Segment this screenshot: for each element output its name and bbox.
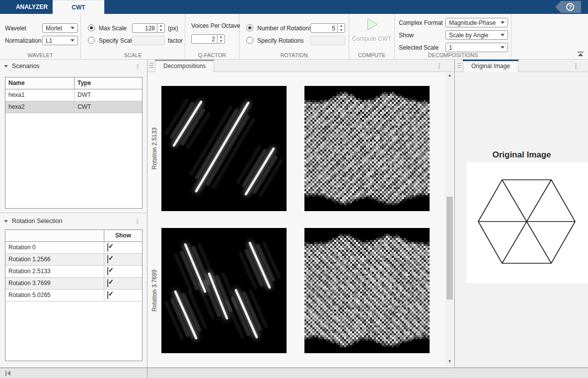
collapse-rotation-selection-icon[interactable]	[4, 220, 8, 223]
max-scale-value: 128	[133, 24, 157, 32]
rotation-row-3[interactable]: Rotation 3.7699	[5, 278, 142, 290]
scenarios-table: Name Type hexa1 DWT hexa2 CWT	[5, 77, 143, 209]
selected-scale-dropdown[interactable]: 1	[445, 43, 508, 52]
magnitude-image-rotation-3-7699[interactable]	[161, 228, 287, 353]
voices-per-octave-label: Voices Per Octave	[191, 22, 240, 29]
section-wavelet: Wavelet Morlet Normalization L1 WAVELET	[0, 14, 81, 60]
section-label-compute: COMPUTE	[349, 52, 394, 58]
column-header-empty	[5, 230, 104, 241]
decompositions-tab-bar: Decompositions ⋮	[147, 60, 454, 72]
wavelet-image-analyzer-window: ANALYZER CWT ? Wavelet Morlet Normalizat…	[0, 0, 588, 378]
scenarios-header: Scenarios ⋮	[0, 60, 147, 73]
show-checkbox[interactable]	[107, 243, 108, 251]
section-label-qfactor: Q-FACTOR	[185, 52, 239, 58]
active-tab-indicator	[155, 60, 214, 61]
rotation-label: Rotation 0	[5, 242, 104, 253]
rotation-selection-header: Rotation Selection ⋮	[0, 215, 147, 227]
collapse-scenarios-icon[interactable]	[4, 65, 8, 68]
complex-format-label: Complex Format	[399, 19, 443, 26]
section-compute: Compute CWT COMPUTE	[349, 14, 395, 60]
column-header-type[interactable]: Type	[74, 77, 142, 89]
rotation-label: Rotation 5.0265	[5, 290, 104, 301]
complex-format-dropdown[interactable]: Magnitude-Phase	[445, 18, 508, 27]
collapse-toolstrip-icon[interactable]	[577, 51, 584, 57]
column-header-name[interactable]: Name	[5, 77, 74, 89]
specify-scales-field	[132, 36, 165, 45]
status-bar	[0, 368, 588, 378]
show-label: Show	[399, 32, 414, 39]
compute-cwt-button[interactable]: Compute CWT	[349, 17, 394, 42]
specify-rotations-radio[interactable]	[246, 37, 253, 44]
play-icon	[366, 17, 378, 32]
rotation-row-1[interactable]: Rotation 1.2566	[5, 254, 142, 266]
show-checkbox[interactable]	[107, 279, 108, 287]
show-checkbox[interactable]	[107, 291, 108, 299]
chevron-down-icon	[501, 34, 505, 36]
factor-label: factor	[168, 37, 183, 44]
rotation-row-0[interactable]: Rotation 0	[5, 242, 142, 254]
rotation-selection-table-header: Show	[5, 230, 142, 242]
original-image-figure[interactable]	[467, 162, 588, 283]
column-header-show[interactable]: Show	[104, 230, 142, 241]
tab-decompositions-label: Decompositions	[163, 63, 206, 70]
rotation-selection-table: Show Rotation 0 Rotation 1.2566 Rotation…	[5, 229, 143, 361]
panel-grip-icon[interactable]	[149, 62, 154, 69]
rotation-row-4[interactable]: Rotation 5.0265	[5, 290, 142, 302]
spinner-down-icon[interactable]: ▼	[338, 28, 345, 33]
rotation-row-2[interactable]: Rotation 2.5133	[5, 266, 142, 278]
original-image-menu-icon[interactable]: ⋮	[571, 62, 581, 70]
show-value: Scale by Angle	[449, 32, 488, 39]
max-scale-label: Max Scale	[99, 25, 127, 32]
panel-grip-icon[interactable]	[457, 62, 462, 69]
scenario-row-hexa2[interactable]: hexa2 CWT	[5, 101, 142, 113]
spinner-up-icon[interactable]: ▲	[218, 35, 224, 39]
help-button[interactable]: ?	[555, 1, 581, 13]
number-of-rotations-value: 5	[311, 24, 337, 32]
phase-image-rotation-3-7699[interactable]	[304, 228, 430, 353]
specify-scales-radio[interactable]	[88, 37, 95, 44]
normalization-dropdown[interactable]: L1	[42, 36, 78, 45]
section-rotation: Number of Rotations 5 ▲▼ Specify Rotatio…	[239, 14, 349, 60]
scrollbar-thumb[interactable]	[446, 197, 453, 300]
complex-format-value: Magnitude-Phase	[449, 19, 496, 26]
chevron-down-icon	[71, 27, 74, 29]
show-checkbox[interactable]	[107, 267, 108, 275]
tab-analyzer[interactable]: ANALYZER	[12, 0, 52, 14]
max-scale-unit: (px)	[168, 25, 178, 32]
wavelet-value: Morlet	[46, 25, 62, 32]
original-image-tab-bar: Original Image ⋮	[455, 60, 588, 72]
tab-original-image[interactable]: Original Image	[463, 60, 518, 72]
wavelet-dropdown[interactable]: Morlet	[42, 23, 78, 33]
max-scale-spinner[interactable]: 128 ▲▼	[132, 23, 165, 33]
scenario-row-hexa1[interactable]: hexa1 DWT	[5, 89, 142, 101]
spinner-up-icon[interactable]: ▲	[338, 24, 345, 28]
rotation-label: Rotation 2.5133	[5, 266, 104, 277]
number-of-rotations-label: Number of Rotations	[257, 25, 312, 32]
show-checkbox[interactable]	[107, 255, 108, 263]
row-label-rotation-3-7699: Rotation 3.7699	[151, 270, 158, 312]
scroll-up-icon[interactable]: ▲	[445, 73, 454, 80]
scenarios-menu-icon[interactable]: ⋮	[133, 63, 143, 70]
max-scale-radio[interactable]	[88, 24, 95, 31]
selected-scale-label: Selected Scale	[399, 44, 439, 51]
show-dropdown[interactable]: Scale by Angle	[445, 30, 508, 40]
chevron-down-icon	[501, 21, 505, 24]
phase-image-rotation-2-5133[interactable]	[304, 86, 430, 211]
collapse-status-panel-icon[interactable]	[4, 370, 12, 377]
spinner-down-icon[interactable]: ▼	[157, 28, 164, 33]
voices-per-octave-spinner[interactable]: 2 ▲▼	[191, 34, 225, 44]
tab-decompositions[interactable]: Decompositions	[155, 60, 214, 72]
vertical-scrollbar[interactable]: ▲ ▼	[445, 72, 454, 367]
spinner-down-icon[interactable]: ▼	[218, 39, 224, 44]
scroll-down-icon[interactable]: ▼	[445, 359, 454, 366]
rotation-selection-menu-icon[interactable]: ⋮	[132, 218, 143, 225]
decompositions-menu-icon[interactable]: ⋮	[434, 62, 444, 70]
number-of-rotations-radio[interactable]	[246, 24, 253, 31]
magnitude-image-rotation-2-5133[interactable]	[161, 86, 287, 211]
scenario-type: DWT	[74, 89, 142, 101]
tab-cwt[interactable]: CWT	[53, 0, 104, 14]
number-of-rotations-spinner[interactable]: 5 ▲▼	[310, 23, 345, 33]
normalization-value: L1	[46, 37, 52, 44]
chevron-down-icon	[71, 39, 74, 42]
spinner-up-icon[interactable]: ▲	[157, 24, 164, 28]
